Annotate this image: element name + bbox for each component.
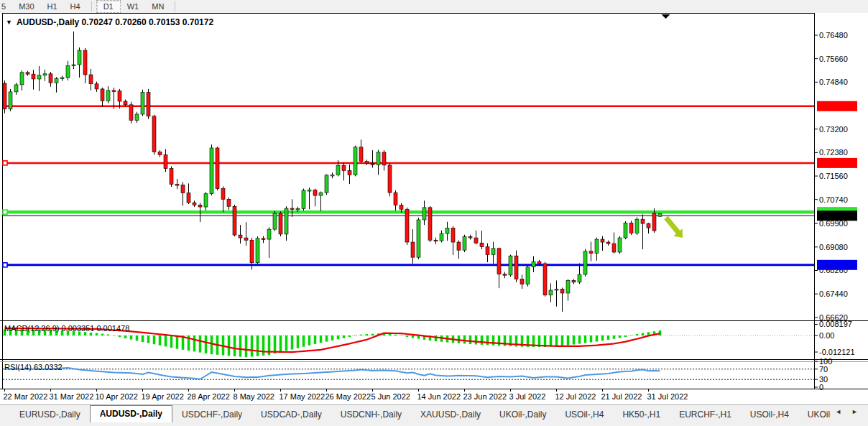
candle xyxy=(78,50,81,65)
candle xyxy=(618,238,622,252)
tab-usoil-h4[interactable]: USOil-,H4 xyxy=(741,407,798,422)
candle xyxy=(377,152,380,165)
hline-anchor[interactable] xyxy=(3,263,7,267)
candle xyxy=(124,101,127,105)
timeframe-button-m30[interactable]: M30 xyxy=(12,1,40,12)
candle xyxy=(601,239,604,242)
candle xyxy=(532,261,535,267)
candle xyxy=(566,280,570,293)
candle xyxy=(497,249,501,274)
timeframe-button-d1[interactable]: D1 xyxy=(96,0,121,13)
candle xyxy=(267,229,271,239)
candle xyxy=(296,208,300,210)
tab-usoil-h4[interactable]: USOil-,H4 xyxy=(555,407,613,422)
candle xyxy=(451,228,455,243)
tab-scroll-right-icon[interactable]: ► xyxy=(851,408,858,415)
candle xyxy=(411,242,415,257)
candle xyxy=(400,205,403,210)
price-tick-label: 0.70740 xyxy=(819,195,848,204)
tab-scroll-left-icon[interactable]: ◄ xyxy=(835,408,841,415)
candle xyxy=(193,203,196,205)
tab-usdcad-daily[interactable]: USDCAD-,Daily xyxy=(251,407,331,422)
candle xyxy=(405,209,409,242)
chart-plot[interactable]: 0.764800.756600.748400.732000.723800.715… xyxy=(0,13,868,404)
candle xyxy=(198,205,202,207)
candle xyxy=(187,193,190,203)
candle xyxy=(9,92,12,109)
candle xyxy=(514,256,518,279)
candle xyxy=(37,75,41,79)
candle xyxy=(348,170,351,175)
price-tick-label: 0.74840 xyxy=(819,78,848,86)
candle xyxy=(647,223,650,228)
candle xyxy=(175,185,179,186)
candle xyxy=(72,65,75,66)
tab-xauusd-daily[interactable]: XAUUSD-,Daily xyxy=(411,407,490,422)
price-tick-label: 0.67440 xyxy=(819,290,848,298)
candle xyxy=(181,185,185,193)
timeframe-button-w1[interactable]: W1 xyxy=(121,1,146,12)
price-tick-label: 0.71560 xyxy=(819,172,848,180)
tab-hk50-h1[interactable]: HK50-,H1 xyxy=(613,407,670,422)
candle xyxy=(331,175,334,176)
symbol-dropdown-icon[interactable]: ▼ xyxy=(6,19,12,26)
candle xyxy=(371,163,374,165)
candle xyxy=(285,208,288,234)
candle xyxy=(106,91,110,101)
candle xyxy=(624,223,627,238)
tab-usdchf-daily[interactable]: USDCHF-,Daily xyxy=(172,407,251,422)
candle xyxy=(244,238,248,240)
candle xyxy=(509,256,512,275)
candle xyxy=(457,242,461,250)
candle xyxy=(555,289,558,290)
candle xyxy=(83,50,87,75)
tab-ukoil-daily[interactable]: UKOil-,Daily xyxy=(490,407,555,422)
tab-audusd-daily[interactable]: AUDUSD-,Daily xyxy=(90,405,172,422)
candle xyxy=(635,219,639,233)
macd-axis-label: 0.008197 xyxy=(819,320,852,328)
candle xyxy=(520,279,524,284)
candle xyxy=(394,193,397,205)
hline-anchor[interactable] xyxy=(3,210,7,214)
date-label: 8 May 2022 xyxy=(234,392,274,401)
candle xyxy=(388,165,392,193)
timeframe-button-mn[interactable]: MN xyxy=(145,1,170,12)
candle xyxy=(595,239,599,254)
candle xyxy=(560,289,564,293)
candle xyxy=(112,91,116,92)
candle xyxy=(26,73,29,74)
tab-scroll-arrows: ◄ ► xyxy=(831,405,868,415)
candle xyxy=(417,220,420,257)
rsi-axis-label: 0 xyxy=(819,383,823,392)
date-label: 22 Mar 2022 xyxy=(4,392,48,401)
candle xyxy=(612,244,616,252)
candle xyxy=(49,74,52,83)
date-label: 31 Mar 2022 xyxy=(50,392,94,401)
candle xyxy=(221,189,225,200)
candle xyxy=(147,93,150,116)
candle xyxy=(101,89,104,101)
candle xyxy=(641,219,645,223)
date-label: 19 Apr 2022 xyxy=(142,392,184,401)
price-badge xyxy=(817,101,857,111)
timeframe-button-h1[interactable]: H1 xyxy=(41,1,64,12)
candle xyxy=(55,78,58,83)
candle xyxy=(204,194,208,207)
candle xyxy=(474,238,478,243)
candle xyxy=(652,213,656,231)
timeframe-button-5[interactable]: 5 xyxy=(0,1,12,12)
candle xyxy=(210,148,213,194)
tab-ukoil-h4[interactable]: UKOil-,H4 xyxy=(798,407,831,422)
timeframe-toolbar: 5M30H1H4D1W1MN xyxy=(0,0,868,14)
timeframe-button-h4[interactable]: H4 xyxy=(64,1,87,12)
candle xyxy=(89,75,93,84)
candle xyxy=(589,251,593,254)
tab-eurusd-daily[interactable]: EURUSD-,Daily xyxy=(10,407,90,422)
chart-window[interactable]: ▼ AUDUSD-,Daily 0.70247 0.70260 0.70153 … xyxy=(0,13,868,404)
tab-eurchf-h1[interactable]: EURCHF-,H1 xyxy=(670,407,741,422)
hline-anchor[interactable] xyxy=(3,161,7,165)
candle xyxy=(319,193,323,195)
chart-background xyxy=(0,13,868,404)
candle xyxy=(262,239,265,240)
tab-usdcnh-daily[interactable]: USDCNH-,Daily xyxy=(331,407,411,422)
